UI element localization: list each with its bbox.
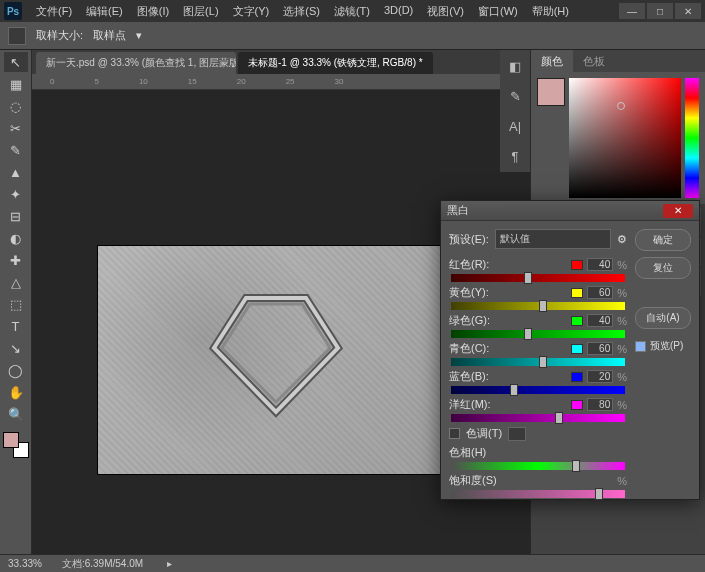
- tint-checkbox[interactable]: [449, 428, 460, 439]
- slider-track[interactable]: [451, 358, 625, 366]
- tool-button[interactable]: ✎: [4, 140, 28, 160]
- main-menu: 文件(F)编辑(E)图像(I)图层(L)文字(Y)选择(S)滤镜(T)3D(D)…: [30, 2, 575, 21]
- slider-thumb[interactable]: [510, 384, 518, 396]
- document-tab[interactable]: 未标题-1 @ 33.3% (铁锈文理, RGB/8) *: [238, 52, 433, 74]
- slider-value[interactable]: 40: [587, 314, 613, 327]
- menu-item[interactable]: 图层(L): [177, 2, 224, 21]
- preset-select[interactable]: 默认值: [495, 229, 611, 249]
- menu-item[interactable]: 编辑(E): [80, 2, 129, 21]
- tool-preset-icon[interactable]: [8, 27, 26, 45]
- tool-button[interactable]: ◌: [4, 96, 28, 116]
- swatches-tab[interactable]: 色板: [573, 50, 615, 72]
- color-swatch: [571, 260, 583, 270]
- slider-thumb[interactable]: [555, 412, 563, 424]
- menu-item[interactable]: 3D(D): [378, 2, 419, 21]
- color-tab[interactable]: 颜色: [531, 50, 573, 72]
- options-bar: 取样大小: 取样点 ▾: [0, 22, 705, 50]
- document-tabs: 新一天.psd @ 33.3% (颜色查找 1, 图层蒙版/8) ×未标题-1 …: [32, 50, 530, 74]
- slider-value[interactable]: 80: [587, 398, 613, 411]
- tool-button[interactable]: ↖: [4, 52, 28, 72]
- tool-button[interactable]: ↘: [4, 338, 28, 358]
- fg-swatch[interactable]: [3, 432, 19, 448]
- tool-button[interactable]: ◯: [4, 360, 28, 380]
- tool-button[interactable]: ⊟: [4, 206, 28, 226]
- sat-label: 饱和度(S): [449, 473, 497, 488]
- tool-button[interactable]: ✚: [4, 250, 28, 270]
- preview-checkbox[interactable]: [635, 341, 646, 352]
- black-white-dialog: 黑白 ✕ 预设(E): 默认值 ⚙ 红色(R):40%黄色(Y):60%绿色(G…: [440, 200, 700, 500]
- window-controls: —□✕: [619, 3, 701, 19]
- slider-track[interactable]: [451, 302, 625, 310]
- slider-track[interactable]: [451, 274, 625, 282]
- svg-marker-0: [214, 298, 338, 412]
- ruler-horizontal: 051015202530: [32, 74, 530, 90]
- para-icon[interactable]: ¶: [505, 146, 525, 166]
- slider-label: 青色(C):: [449, 341, 489, 356]
- slider-thumb[interactable]: [539, 300, 547, 312]
- tool-button[interactable]: T: [4, 316, 28, 336]
- titlebar: Ps 文件(F)编辑(E)图像(I)图层(L)文字(Y)选择(S)滤镜(T)3D…: [0, 0, 705, 22]
- close-icon[interactable]: ✕: [663, 204, 693, 218]
- percent-label: %: [617, 475, 627, 487]
- menu-item[interactable]: 视图(V): [421, 2, 470, 21]
- auto-button[interactable]: 自动(A): [635, 307, 691, 329]
- cancel-button[interactable]: 复位: [635, 257, 691, 279]
- history-icon[interactable]: ◧: [505, 56, 525, 76]
- tool-button[interactable]: ✂: [4, 118, 28, 138]
- app-logo: Ps: [4, 2, 22, 20]
- menu-item[interactable]: 窗口(W): [472, 2, 524, 21]
- hue-slider[interactable]: [451, 462, 625, 470]
- brush-icon[interactable]: ✎: [505, 86, 525, 106]
- menu-item[interactable]: 滤镜(T): [328, 2, 376, 21]
- tint-color-box[interactable]: [508, 427, 526, 441]
- window-button[interactable]: ✕: [675, 3, 701, 19]
- tint-label: 色调(T): [466, 426, 502, 441]
- sample-size-label: 取样大小:: [36, 28, 83, 43]
- color-field[interactable]: [569, 78, 681, 198]
- gear-icon[interactable]: ⚙: [617, 233, 627, 246]
- slider-thumb[interactable]: [539, 356, 547, 368]
- hue-strip[interactable]: [685, 78, 699, 198]
- window-button[interactable]: □: [647, 3, 673, 19]
- toolbar: ↖▦◌✂✎▲✦⊟◐✚△⬚T↘◯✋🔍: [0, 50, 32, 554]
- slider-thumb[interactable]: [524, 328, 532, 340]
- slider-track[interactable]: [451, 414, 625, 422]
- sample-size-value[interactable]: 取样点: [93, 28, 126, 43]
- ok-button[interactable]: 确定: [635, 229, 691, 251]
- zoom-level[interactable]: 33.33%: [8, 558, 42, 569]
- tool-button[interactable]: ▲: [4, 162, 28, 182]
- color-picker-cursor: [617, 102, 625, 110]
- foreground-color[interactable]: [537, 78, 565, 106]
- slider-track[interactable]: [451, 330, 625, 338]
- dock-strip: ◧ ✎ A| ¶: [500, 50, 530, 172]
- color-panel: [531, 72, 705, 204]
- tool-button[interactable]: ◐: [4, 228, 28, 248]
- slider-value[interactable]: 40: [587, 258, 613, 271]
- menu-item[interactable]: 帮助(H): [526, 2, 575, 21]
- tool-button[interactable]: ✋: [4, 382, 28, 402]
- dialog-titlebar[interactable]: 黑白 ✕: [441, 201, 699, 221]
- slider-label: 绿色(G):: [449, 313, 490, 328]
- char-icon[interactable]: A|: [505, 116, 525, 136]
- menu-item[interactable]: 选择(S): [277, 2, 326, 21]
- slider-track[interactable]: [451, 386, 625, 394]
- tool-button[interactable]: ⬚: [4, 294, 28, 314]
- tool-button[interactable]: 🔍: [4, 404, 28, 424]
- document-tab[interactable]: 新一天.psd @ 33.3% (颜色查找 1, 图层蒙版/8) ×: [36, 52, 236, 74]
- tool-button[interactable]: ▦: [4, 74, 28, 94]
- dropdown-icon[interactable]: ▾: [136, 29, 142, 42]
- slider-value[interactable]: 60: [587, 286, 613, 299]
- slider-label: 洋红(M):: [449, 397, 491, 412]
- slider-value[interactable]: 20: [587, 370, 613, 383]
- tool-button[interactable]: △: [4, 272, 28, 292]
- percent-label: %: [617, 399, 627, 411]
- slider-thumb[interactable]: [524, 272, 532, 284]
- menu-item[interactable]: 图像(I): [131, 2, 175, 21]
- menu-item[interactable]: 文字(Y): [227, 2, 276, 21]
- menu-item[interactable]: 文件(F): [30, 2, 78, 21]
- window-button[interactable]: —: [619, 3, 645, 19]
- slider-value[interactable]: 60: [587, 342, 613, 355]
- tool-button[interactable]: ✦: [4, 184, 28, 204]
- svg-marker-2: [222, 304, 330, 402]
- sat-slider[interactable]: [451, 490, 625, 498]
